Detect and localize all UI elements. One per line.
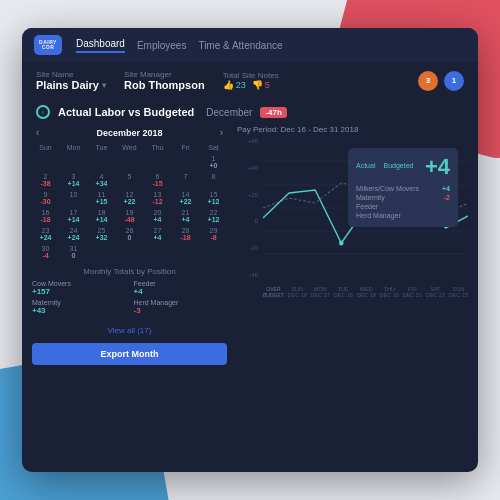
cal-cell xyxy=(88,153,115,171)
cal-cell xyxy=(200,243,227,261)
site-name-label: Site Name xyxy=(36,70,106,79)
day-header-sat: Sat xyxy=(200,142,227,153)
calendar-month-year: December 2018 xyxy=(96,128,162,138)
nav-item-time[interactable]: Time & Attendance xyxy=(198,40,282,51)
totals-row-2: Maternity +43 Herd Manager -3 xyxy=(32,299,227,315)
y-label-0: 0 xyxy=(255,218,258,224)
cal-cell xyxy=(60,153,87,171)
cal-cell: 19 -48 xyxy=(116,207,143,225)
cal-cell xyxy=(144,243,171,261)
cal-cell: 30 -4 xyxy=(32,243,59,261)
cal-cell: 23 +24 xyxy=(32,225,59,243)
tooltip-row-feeder: Feeder xyxy=(356,203,450,210)
site-name-chevron: ▾ xyxy=(102,81,106,90)
cal-cell: 6 -15 xyxy=(144,171,171,189)
y-label-40: +40 xyxy=(248,165,258,171)
notes-red-badge: 👎 5 xyxy=(252,80,270,90)
calendar-grid: Sun Mon Tue Wed Thu Fri Sat xyxy=(32,142,227,261)
alert-badges: 3 1 xyxy=(418,71,464,91)
cal-cell: 14 +22 xyxy=(172,189,199,207)
calendar-week-4: 16 -18 17 +14 18 +14 19 -48 xyxy=(32,207,227,225)
x-label-dec17: MONDEC 17 xyxy=(311,286,330,298)
cal-cell: 21 +4 xyxy=(172,207,199,225)
section-header: i Actual Labor vs Budgeted December -47h xyxy=(22,99,478,123)
y-label-neg40: -40 xyxy=(249,272,258,278)
right-panel: Pay Period: Dec 16 - Dec 31 2018 +60 +40… xyxy=(237,123,468,461)
cal-cell: 4 +34 xyxy=(88,171,115,189)
day-header-fri: Fri xyxy=(172,142,199,153)
cal-cell: 22 +12 xyxy=(200,207,227,225)
cal-cell: 1 +0 xyxy=(200,153,227,171)
cal-cell: 12 +22 xyxy=(116,189,143,207)
cal-cell: 8 xyxy=(200,171,227,189)
alert-orange-badge[interactable]: 3 xyxy=(418,71,438,91)
nav-item-employees[interactable]: Employees xyxy=(137,40,186,51)
cal-cell: 2 -38 xyxy=(32,171,59,189)
chart-area: +60 +40 +20 0 -20 -40 xyxy=(237,138,468,298)
total-notes-label: Total Site Notes xyxy=(223,71,279,80)
x-label-dec22: SATDEC 22 xyxy=(426,286,445,298)
tooltip-header: Actual Budgeted +4 xyxy=(356,154,450,180)
nav-item-dashboard[interactable]: Dashboard xyxy=(76,38,125,53)
cal-cell: 10 xyxy=(60,189,87,207)
x-label-dec23: SUNDEC 23 xyxy=(449,286,468,298)
cal-cell: 28 -18 xyxy=(172,225,199,243)
calendar-week-3: 9 -30 10 11 +15 12 +22 xyxy=(32,189,227,207)
day-header-wed: Wed xyxy=(116,142,143,153)
calendar-week-1: 1 +0 xyxy=(32,153,227,171)
calendar-next[interactable]: › xyxy=(220,127,223,138)
cal-cell: 13 -12 xyxy=(144,189,171,207)
x-label-dec21: FRIDEC 21 xyxy=(403,286,422,298)
cal-cell xyxy=(88,243,115,261)
calendar-week-2: 2 -38 3 +14 4 +34 5 xyxy=(32,171,227,189)
calendar-day-headers: Sun Mon Tue Wed Thu Fri Sat xyxy=(32,142,227,153)
cal-cell: 27 +4 xyxy=(144,225,171,243)
y-label-20: +20 xyxy=(248,192,258,198)
total-maternity: Maternity +43 xyxy=(32,299,126,315)
tooltip-row-herd: Herd Manager xyxy=(356,212,450,219)
cal-cell: 16 -18 xyxy=(32,207,59,225)
alert-blue-badge[interactable]: 1 xyxy=(444,71,464,91)
cal-cell: 31 0 xyxy=(60,243,87,261)
cal-cell xyxy=(172,153,199,171)
cal-cell xyxy=(116,153,143,171)
section-icon: i xyxy=(36,105,50,119)
svg-point-7 xyxy=(339,241,344,246)
cal-cell: 18 +14 xyxy=(88,207,115,225)
cal-cell: 3 +14 xyxy=(60,171,87,189)
subheader: Site Name Plains Dairy ▾ Site Manager Ro… xyxy=(22,62,478,99)
pay-period-title: Pay Period: Dec 16 - Dec 31 2018 xyxy=(237,123,468,134)
cal-cell: 20 +4 xyxy=(144,207,171,225)
monthly-totals-title: Monthly Totals by Position xyxy=(32,267,227,276)
cal-cell xyxy=(144,153,171,171)
cal-cell xyxy=(116,243,143,261)
cal-cell: 17 +14 xyxy=(60,207,87,225)
nav-items: Dashboard Employees Time & Attendance xyxy=(76,38,283,53)
site-manager-value: Rob Thompson xyxy=(124,79,205,91)
tooltip-big-number: +4 xyxy=(425,154,450,180)
total-notes-group: Total Site Notes 👍 23 👎 5 xyxy=(223,71,279,90)
x-label-dec16: SUNDEC 16 xyxy=(288,286,307,298)
section-month: December xyxy=(206,107,252,118)
cal-cell: 29 -8 xyxy=(200,225,227,243)
calendar-week-5: 23 +24 24 +24 25 +32 26 0 xyxy=(32,225,227,243)
cal-cell: 7 xyxy=(172,171,199,189)
calendar-header: ‹ December 2018 › xyxy=(32,123,227,142)
left-panel: ‹ December 2018 › Sun Mon Tue Wed Thu Fr… xyxy=(32,123,227,461)
tooltip-row-maternity: Maternity -2 xyxy=(356,194,450,201)
day-header-thu: Thu xyxy=(144,142,171,153)
export-month-button[interactable]: Export Month xyxy=(32,343,227,365)
app-logo: DAIRYCOR xyxy=(34,35,62,55)
section-title: Actual Labor vs Budgeted xyxy=(58,106,194,118)
site-name-group: Site Name Plains Dairy ▾ xyxy=(36,70,106,91)
view-all-link[interactable]: View all (17) xyxy=(32,319,227,337)
calendar-prev[interactable]: ‹ xyxy=(36,127,39,138)
site-name-value[interactable]: Plains Dairy ▾ xyxy=(36,79,106,91)
view-all-anchor[interactable]: View all (17) xyxy=(108,326,152,335)
chart-x-labels: OVERBUDGET SUNDEC 16 MONDEC 17 TUEDEC 18… xyxy=(263,286,468,298)
chart-tooltip: Actual Budgeted +4 Milkers/Cow Movers +4… xyxy=(348,148,458,227)
main-content: ‹ December 2018 › Sun Mon Tue Wed Thu Fr… xyxy=(22,123,478,461)
site-manager-group: Site Manager Rob Thompson xyxy=(124,70,205,91)
x-label-dec18: TUEDEC 18 xyxy=(334,286,353,298)
tooltip-row-milkers: Milkers/Cow Movers +4 xyxy=(356,185,450,192)
